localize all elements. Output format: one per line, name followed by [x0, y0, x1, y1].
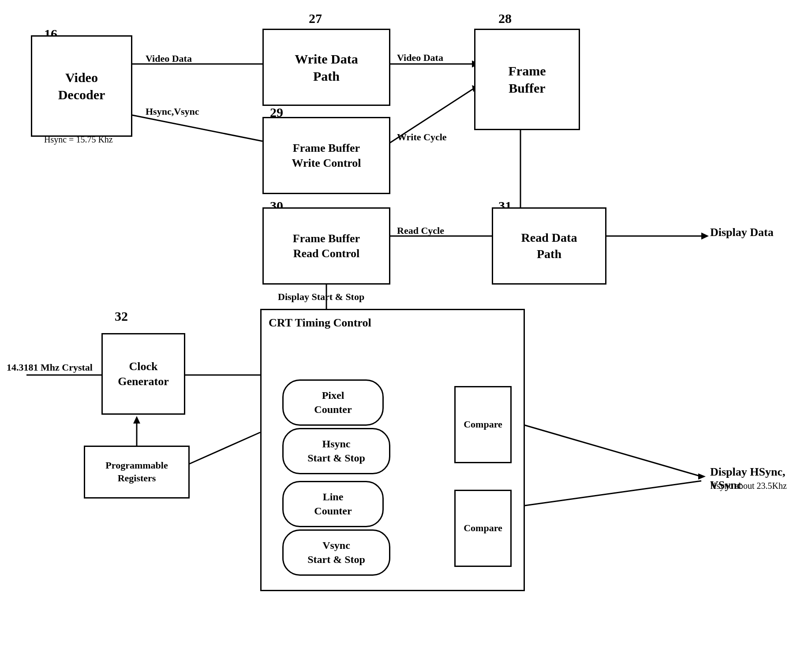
diagram: 16 27 28 29 30 31 32 26 33 34 35 37 38 3… — [0, 0, 812, 645]
vsync-startstop-pill: Vsync Start & Stop — [282, 529, 390, 576]
svg-marker-27 — [698, 473, 706, 480]
frame-buffer-block: Frame Buffer — [474, 29, 580, 130]
svg-marker-32 — [133, 416, 140, 424]
hsync-startstop-pill: Hsync Start & Stop — [282, 428, 390, 474]
video-decoder-block: Video Decoder — [31, 35, 132, 137]
svg-line-28 — [496, 481, 701, 510]
number-28: 28 — [498, 11, 512, 26]
crystal-label: 14.3181 Mhz Crystal — [7, 362, 93, 373]
programmable-registers-block: Programmable Registers — [84, 446, 190, 499]
compare-upper-block: Compare — [454, 386, 512, 463]
video-data-2-label: Video Data — [397, 52, 443, 64]
write-data-path-block: Write Data Path — [262, 29, 390, 106]
svg-marker-13 — [701, 232, 709, 240]
hsync-about-label: Hsync about 23.5Khz — [710, 481, 787, 491]
number-27: 27 — [309, 11, 322, 26]
display-data-label: Display Data — [710, 226, 774, 239]
line-counter-pill: Line Counter — [282, 481, 384, 527]
compare-lower-block: Compare — [454, 490, 512, 567]
write-cycle-label: Write Cycle — [397, 131, 447, 143]
hsync-vsync-label: Hsync,Vsync — [146, 106, 199, 117]
svg-line-33 — [181, 432, 260, 468]
read-cycle-label: Read Cycle — [397, 225, 444, 236]
hsync-freq-label: Hsync = 15.75 Khz — [44, 135, 113, 145]
number-32: 32 — [115, 309, 128, 324]
fb-read-control-block: Frame Buffer Read Control — [262, 207, 390, 285]
clock-generator-block: Clock Generator — [101, 333, 185, 415]
fb-write-control-block: Frame Buffer Write Control — [262, 117, 390, 194]
video-data-1-label: Video Data — [146, 53, 192, 64]
display-start-stop-label: Display Start & Stop — [278, 291, 364, 303]
read-data-path-block: Read Data Path — [492, 207, 606, 285]
svg-line-26 — [496, 417, 701, 476]
pixel-counter-pill: Pixel Counter — [282, 379, 384, 426]
svg-line-2 — [130, 115, 262, 141]
